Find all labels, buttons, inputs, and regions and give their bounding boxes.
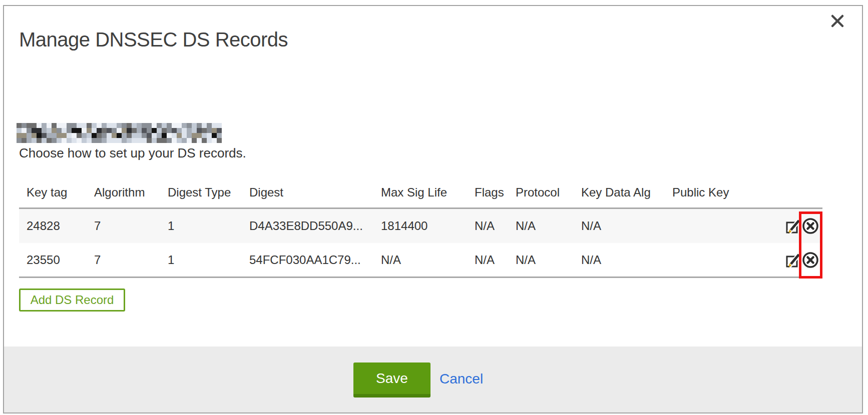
delete-record-button[interactable]: [801, 250, 820, 270]
col-header-key-data-alg: Key Data Alg: [581, 186, 672, 200]
table-header-row: Key tag Algorithm Digest Type Digest Max…: [19, 178, 822, 209]
ds-records-table: Key tag Algorithm Digest Type Digest Max…: [19, 178, 822, 278]
cell-digest: D4A33E8DD550A9...: [249, 219, 381, 233]
close-icon: [830, 14, 844, 28]
edit-icon: [785, 252, 801, 268]
edit-record-button[interactable]: [785, 218, 801, 234]
table-row: 24828 7 1 D4A33E8DD550A9... 1814400 N/A …: [19, 209, 822, 243]
col-header-public-key: Public Key: [672, 186, 785, 200]
cell-key-tag: 24828: [19, 219, 94, 233]
delete-icon: [801, 216, 820, 236]
cell-max-sig-life: N/A: [381, 253, 475, 267]
dialog-footer: Save Cancel: [4, 346, 862, 412]
background-page-peek: [55, 413, 85, 415]
cell-digest: 54FCF030AA1C79...: [249, 253, 381, 267]
redacted-domain-name: [17, 123, 222, 143]
cell-key-tag: 23550: [19, 253, 94, 267]
cancel-link[interactable]: Cancel: [440, 371, 483, 387]
add-ds-record-button[interactable]: Add DS Record: [19, 288, 125, 312]
edit-icon: [785, 218, 801, 234]
cell-flags: N/A: [475, 253, 516, 267]
save-button[interactable]: Save: [353, 362, 430, 398]
cell-digest-type: 1: [168, 219, 249, 233]
delete-icon: [801, 250, 820, 270]
cell-key-data-alg: N/A: [581, 253, 672, 267]
cell-actions: [785, 250, 822, 270]
cell-algorithm: 7: [94, 253, 168, 267]
cell-flags: N/A: [475, 219, 516, 233]
edit-record-button[interactable]: [785, 252, 801, 268]
cell-actions: [785, 216, 822, 236]
col-header-protocol: Protocol: [516, 186, 581, 200]
col-header-max-sig-life: Max Sig Life: [381, 186, 475, 200]
cell-protocol: N/A: [516, 219, 581, 233]
col-header-digest: Digest: [249, 186, 381, 200]
col-header-digest-type: Digest Type: [168, 186, 249, 200]
close-button[interactable]: [828, 12, 847, 31]
delete-record-button[interactable]: [801, 216, 820, 236]
intro-text: Choose how to set up your DS records.: [19, 146, 246, 161]
col-header-key-tag: Key tag: [19, 186, 94, 200]
cell-protocol: N/A: [516, 253, 581, 267]
manage-dnssec-dialog: Manage DNSSEC DS Records Choose how to s…: [3, 5, 863, 414]
col-header-algorithm: Algorithm: [94, 186, 168, 200]
table-row: 23550 7 1 54FCF030AA1C79... N/A N/A N/A …: [19, 243, 822, 278]
cell-key-data-alg: N/A: [581, 219, 672, 233]
cell-algorithm: 7: [94, 219, 168, 233]
cell-digest-type: 1: [168, 253, 249, 267]
col-header-flags: Flags: [475, 186, 516, 200]
dialog-title: Manage DNSSEC DS Records: [19, 28, 288, 51]
cell-max-sig-life: 1814400: [381, 219, 475, 233]
